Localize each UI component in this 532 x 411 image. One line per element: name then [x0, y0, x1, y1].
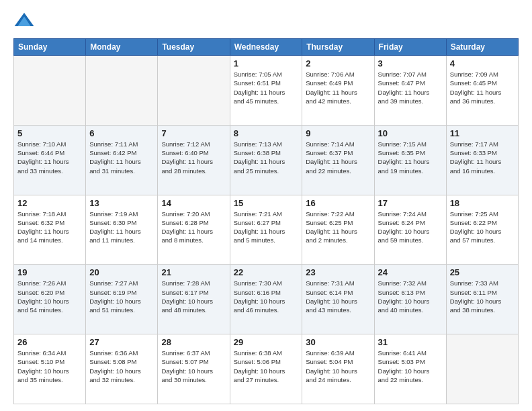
day-info: Sunrise: 7:25 AM Sunset: 6:22 PM Dayligh… — [450, 210, 515, 245]
calendar-cell: 24Sunrise: 7:32 AM Sunset: 6:13 PM Dayli… — [374, 265, 446, 334]
day-number: 22 — [234, 267, 299, 277]
day-info: Sunrise: 7:31 AM Sunset: 6:14 PM Dayligh… — [306, 279, 370, 314]
day-info: Sunrise: 7:09 AM Sunset: 6:45 PM Dayligh… — [450, 70, 515, 105]
day-info: Sunrise: 6:37 AM Sunset: 5:07 PM Dayligh… — [161, 349, 226, 384]
day-number: 14 — [161, 198, 226, 208]
day-info: Sunrise: 6:38 AM Sunset: 5:06 PM Dayligh… — [234, 349, 299, 384]
calendar-cell: 25Sunrise: 7:33 AM Sunset: 6:11 PM Dayli… — [446, 265, 518, 334]
day-number: 13 — [89, 198, 154, 208]
day-number: 20 — [89, 267, 154, 277]
calendar-cell: 27Sunrise: 6:36 AM Sunset: 5:08 PM Dayli… — [86, 334, 158, 404]
calendar-cell: 8Sunrise: 7:13 AM Sunset: 6:38 PM Daylig… — [230, 125, 302, 195]
day-info: Sunrise: 6:36 AM Sunset: 5:08 PM Dayligh… — [89, 349, 154, 384]
calendar-cell: 19Sunrise: 7:26 AM Sunset: 6:20 PM Dayli… — [14, 265, 86, 334]
day-info: Sunrise: 7:20 AM Sunset: 6:28 PM Dayligh… — [161, 210, 226, 245]
day-info: Sunrise: 7:26 AM Sunset: 6:20 PM Dayligh… — [17, 279, 82, 314]
day-info: Sunrise: 7:12 AM Sunset: 6:40 PM Dayligh… — [161, 140, 226, 175]
day-number: 1 — [234, 58, 299, 68]
calendar-cell — [86, 56, 158, 126]
weekday-header-monday: Monday — [86, 39, 158, 56]
day-info: Sunrise: 6:39 AM Sunset: 5:04 PM Dayligh… — [306, 349, 370, 384]
day-number: 8 — [234, 128, 299, 138]
day-number: 12 — [17, 198, 82, 208]
week-row-1: 1Sunrise: 7:05 AM Sunset: 6:51 PM Daylig… — [14, 56, 519, 126]
day-info: Sunrise: 7:33 AM Sunset: 6:11 PM Dayligh… — [450, 279, 515, 314]
weekday-header-friday: Friday — [374, 39, 446, 56]
day-info: Sunrise: 7:19 AM Sunset: 6:30 PM Dayligh… — [89, 210, 154, 245]
calendar-cell: 15Sunrise: 7:21 AM Sunset: 6:27 PM Dayli… — [230, 195, 302, 265]
day-info: Sunrise: 7:11 AM Sunset: 6:42 PM Dayligh… — [89, 140, 154, 175]
calendar-cell: 30Sunrise: 6:39 AM Sunset: 5:04 PM Dayli… — [302, 334, 374, 404]
day-number: 17 — [378, 198, 443, 208]
calendar-cell: 2Sunrise: 7:06 AM Sunset: 6:49 PM Daylig… — [302, 56, 374, 126]
weekday-header-sunday: Sunday — [14, 39, 86, 56]
day-number: 19 — [17, 267, 82, 277]
weekday-header-tuesday: Tuesday — [158, 39, 230, 56]
day-number: 7 — [161, 128, 226, 138]
calendar-cell: 4Sunrise: 7:09 AM Sunset: 6:45 PM Daylig… — [446, 56, 518, 126]
calendar-cell: 31Sunrise: 6:41 AM Sunset: 5:03 PM Dayli… — [374, 334, 446, 404]
day-number: 30 — [306, 337, 370, 347]
day-info: Sunrise: 7:13 AM Sunset: 6:38 PM Dayligh… — [234, 140, 299, 175]
day-info: Sunrise: 7:17 AM Sunset: 6:33 PM Dayligh… — [450, 140, 515, 175]
calendar-cell: 18Sunrise: 7:25 AM Sunset: 6:22 PM Dayli… — [446, 195, 518, 265]
calendar-cell: 20Sunrise: 7:27 AM Sunset: 6:19 PM Dayli… — [86, 265, 158, 334]
day-number: 18 — [450, 198, 515, 208]
day-number: 29 — [234, 337, 299, 347]
day-info: Sunrise: 7:14 AM Sunset: 6:37 PM Dayligh… — [306, 140, 370, 175]
calendar-cell: 12Sunrise: 7:18 AM Sunset: 6:32 PM Dayli… — [14, 195, 86, 265]
day-number: 16 — [306, 198, 370, 208]
calendar-cell: 6Sunrise: 7:11 AM Sunset: 6:42 PM Daylig… — [86, 125, 158, 195]
week-row-3: 12Sunrise: 7:18 AM Sunset: 6:32 PM Dayli… — [14, 195, 519, 265]
weekday-header-saturday: Saturday — [446, 39, 518, 56]
day-number: 24 — [378, 267, 443, 277]
calendar-cell — [446, 334, 518, 404]
logo — [13, 10, 38, 32]
calendar-cell: 26Sunrise: 6:34 AM Sunset: 5:10 PM Dayli… — [14, 334, 86, 404]
day-number: 25 — [450, 267, 515, 277]
calendar-cell: 17Sunrise: 7:24 AM Sunset: 6:24 PM Dayli… — [374, 195, 446, 265]
calendar-cell: 22Sunrise: 7:30 AM Sunset: 6:16 PM Dayli… — [230, 265, 302, 334]
calendar-cell: 11Sunrise: 7:17 AM Sunset: 6:33 PM Dayli… — [446, 125, 518, 195]
day-number: 10 — [378, 128, 443, 138]
day-number: 31 — [378, 337, 443, 347]
week-row-2: 5Sunrise: 7:10 AM Sunset: 6:44 PM Daylig… — [14, 125, 519, 195]
calendar-cell: 1Sunrise: 7:05 AM Sunset: 6:51 PM Daylig… — [230, 56, 302, 126]
week-row-4: 19Sunrise: 7:26 AM Sunset: 6:20 PM Dayli… — [14, 265, 519, 334]
weekday-header-wednesday: Wednesday — [230, 39, 302, 56]
day-number: 5 — [17, 128, 82, 138]
weekday-header-row: SundayMondayTuesdayWednesdayThursdayFrid… — [14, 39, 519, 56]
day-number: 28 — [161, 337, 226, 347]
calendar-cell: 13Sunrise: 7:19 AM Sunset: 6:30 PM Dayli… — [86, 195, 158, 265]
day-number: 4 — [450, 58, 515, 68]
calendar-cell: 16Sunrise: 7:22 AM Sunset: 6:25 PM Dayli… — [302, 195, 374, 265]
calendar-table: SundayMondayTuesdayWednesdayThursdayFrid… — [13, 38, 519, 404]
calendar-cell: 21Sunrise: 7:28 AM Sunset: 6:17 PM Dayli… — [158, 265, 230, 334]
day-info: Sunrise: 6:34 AM Sunset: 5:10 PM Dayligh… — [17, 349, 82, 384]
day-number: 15 — [234, 198, 299, 208]
calendar-cell — [158, 56, 230, 126]
calendar-cell: 28Sunrise: 6:37 AM Sunset: 5:07 PM Dayli… — [158, 334, 230, 404]
calendar-cell: 3Sunrise: 7:07 AM Sunset: 6:47 PM Daylig… — [374, 56, 446, 126]
day-info: Sunrise: 7:30 AM Sunset: 6:16 PM Dayligh… — [234, 279, 299, 314]
day-info: Sunrise: 7:05 AM Sunset: 6:51 PM Dayligh… — [234, 70, 299, 105]
calendar-cell: 14Sunrise: 7:20 AM Sunset: 6:28 PM Dayli… — [158, 195, 230, 265]
day-number: 11 — [450, 128, 515, 138]
day-info: Sunrise: 7:06 AM Sunset: 6:49 PM Dayligh… — [306, 70, 370, 105]
calendar-cell: 10Sunrise: 7:15 AM Sunset: 6:35 PM Dayli… — [374, 125, 446, 195]
day-number: 3 — [378, 58, 443, 68]
day-number: 2 — [306, 58, 370, 68]
calendar-cell: 23Sunrise: 7:31 AM Sunset: 6:14 PM Dayli… — [302, 265, 374, 334]
day-number: 9 — [306, 128, 370, 138]
calendar-cell: 9Sunrise: 7:14 AM Sunset: 6:37 PM Daylig… — [302, 125, 374, 195]
day-info: Sunrise: 7:24 AM Sunset: 6:24 PM Dayligh… — [378, 210, 443, 245]
calendar-cell — [14, 56, 86, 126]
weekday-header-thursday: Thursday — [302, 39, 374, 56]
day-info: Sunrise: 7:07 AM Sunset: 6:47 PM Dayligh… — [378, 70, 443, 105]
day-info: Sunrise: 7:32 AM Sunset: 6:13 PM Dayligh… — [378, 279, 443, 314]
day-info: Sunrise: 7:28 AM Sunset: 6:17 PM Dayligh… — [161, 279, 226, 314]
day-info: Sunrise: 7:10 AM Sunset: 6:44 PM Dayligh… — [17, 140, 82, 175]
day-info: Sunrise: 7:21 AM Sunset: 6:27 PM Dayligh… — [234, 210, 299, 245]
day-info: Sunrise: 7:15 AM Sunset: 6:35 PM Dayligh… — [378, 140, 443, 175]
calendar-cell: 29Sunrise: 6:38 AM Sunset: 5:06 PM Dayli… — [230, 334, 302, 404]
